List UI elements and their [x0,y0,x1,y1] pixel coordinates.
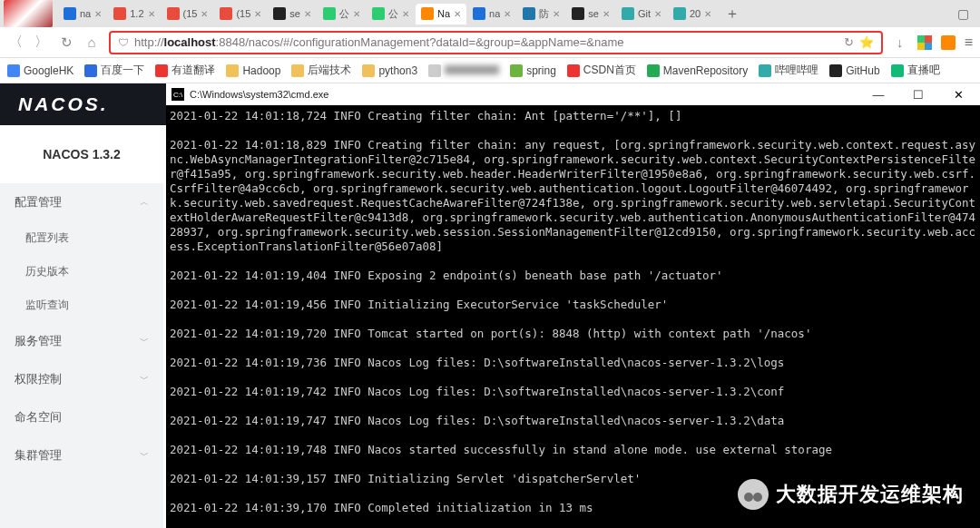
new-tab-button[interactable]: ＋ [718,5,747,24]
tab-close-icon[interactable]: ✕ [454,9,461,19]
tab-title: Git [638,8,651,19]
bookmark-item[interactable]: spring [510,64,556,77]
url-reload-icon[interactable]: ↻ [844,35,854,49]
tab-close-icon[interactable]: ✕ [94,9,102,19]
tab-favicon [167,7,180,20]
menu-icon[interactable]: ≡ [965,34,973,51]
bookmark-favicon [647,64,660,77]
bookmark-item[interactable]: 哔哩哔哩 [759,63,818,78]
submenu-listener[interactable]: 监听查询 [0,288,163,322]
tab-title: se [289,8,300,19]
bookmark-item[interactable] [428,64,499,77]
bookmark-item[interactable]: GoogleHK [7,64,74,77]
bookmark-favicon [7,64,20,77]
browser-tab[interactable]: se✕ [268,4,317,24]
apps-grid-icon[interactable] [917,35,932,50]
browser-tab[interactable]: Na✕ [416,4,466,24]
submenu-history[interactable]: 历史版本 [0,255,163,288]
browser-tab[interactable]: na✕ [467,4,516,24]
nav-home-button[interactable]: ⌂ [83,34,100,50]
cmd-maximize-button[interactable]: ☐ [902,88,935,102]
browser-tab[interactable]: 1.2✕ [108,4,160,24]
menu-namespace[interactable]: 命名空间 [0,398,163,436]
tab-title: na [80,8,91,19]
url-star-icon[interactable]: ⭐ [859,35,874,49]
browser-tab[interactable]: 防✕ [517,4,565,24]
menu-auth[interactable]: 权限控制﹀ [0,360,163,398]
cmd-icon: C:\ [172,88,184,101]
menu-service[interactable]: 服务管理﹀ [0,322,163,360]
browser-tab[interactable]: Git✕ [616,4,667,24]
bookmark-item[interactable]: 直播吧 [891,63,940,78]
nav-back-button[interactable]: 〈 [7,34,24,51]
tab-title: 20 [690,8,701,19]
bookmark-favicon [759,64,771,77]
browser-tab[interactable]: 20✕ [668,4,717,24]
bookmark-favicon [567,64,580,77]
bookmark-item[interactable]: 有道翻译 [155,63,215,78]
site-info-icon[interactable]: 🛡 [118,36,129,49]
browser-tab[interactable]: se✕ [566,4,615,24]
tab-close-icon[interactable]: ✕ [402,9,409,19]
tab-favicon [523,7,535,20]
bookmark-favicon [428,64,441,77]
browser-tabs-bar: na✕1.2✕(15✕(15✕se✕公✕公✕Na✕na✕防✕se✕Git✕20✕… [0,0,980,27]
bookmark-label: spring [526,64,556,77]
browser-tab[interactable]: na✕ [58,4,107,24]
bookmarks-bar: GoogleHK百度一下有道翻译Hadoop后端技术python3springC… [0,58,980,83]
bookmark-label: CSDN首页 [583,63,636,78]
tab-favicon [372,7,385,20]
menu-cluster[interactable]: 集群管理﹀ [0,436,163,474]
bookmark-label [445,64,499,77]
tab-close-icon[interactable]: ✕ [254,9,261,19]
bookmark-item[interactable]: CSDN首页 [567,63,636,78]
cmd-output[interactable]: 2021-01-22 14:01:18,724 INFO Creating fi… [166,105,980,528]
bookmark-item[interactable]: Hadoop [226,64,280,77]
url-text: http://localhost:8848/nacos/#/configurat… [134,35,838,49]
tab-title: se [588,8,599,19]
nav-forward-button[interactable]: 〉 [33,34,49,51]
url-input[interactable]: 🛡 http://localhost:8848/nacos/#/configur… [109,31,883,54]
tab-title: Na [437,8,450,19]
bookmark-item[interactable]: python3 [362,64,417,77]
bookmark-item[interactable]: 后端技术 [291,63,351,78]
extension-icon[interactable] [941,35,956,50]
browser-tab[interactable]: 公✕ [367,4,415,24]
tab-favicon [220,7,232,20]
profile-avatar[interactable] [4,0,53,27]
bookmark-label: 有道翻译 [172,63,215,78]
browser-tab[interactable]: (15✕ [214,4,267,24]
tab-close-icon[interactable]: ✕ [304,9,311,19]
bookmark-item[interactable]: 百度一下 [84,63,144,78]
tab-close-icon[interactable]: ✕ [603,9,610,19]
downloads-icon[interactable]: ↓ [892,34,908,50]
browser-tab[interactable]: (15✕ [162,4,214,24]
submenu-config-list[interactable]: 配置列表 [0,221,163,255]
tab-close-icon[interactable]: ✕ [704,9,711,19]
tab-close-icon[interactable]: ✕ [201,9,208,19]
tab-close-icon[interactable]: ✕ [654,9,662,19]
browser-tab[interactable]: 公✕ [318,4,366,24]
tab-close-icon[interactable]: ✕ [148,9,155,19]
bookmark-favicon [291,64,304,77]
cmd-minimize-button[interactable]: — [862,88,895,102]
nav-reload-button[interactable]: ↻ [58,34,74,51]
bookmark-item[interactable]: GitHub [829,64,879,77]
tab-close-icon[interactable]: ✕ [353,9,360,19]
chevron-down-icon: ﹀ [140,449,149,462]
watermark-text: 大数据开发运维架构 [776,481,964,508]
cmd-close-button[interactable]: ✕ [942,88,975,102]
bookmark-favicon [226,64,239,77]
tab-favicon [64,7,76,20]
chevron-down-icon: ﹀ [140,373,149,386]
bookmark-label: 后端技术 [308,63,351,78]
window-restore-icon[interactable]: ▢ [957,6,969,21]
cmd-titlebar[interactable]: C:\ C:\Windows\system32\cmd.exe — ☐ ✕ [166,83,980,105]
tab-title: 1.2 [130,8,143,19]
menu-config[interactable]: 配置管理︿ [0,183,163,221]
tab-close-icon[interactable]: ✕ [504,9,511,19]
nacos-version: NACOS 1.3.2 [0,125,163,183]
tab-title: na [489,8,500,19]
tab-close-icon[interactable]: ✕ [553,9,560,19]
bookmark-item[interactable]: MavenRepository [647,64,748,77]
